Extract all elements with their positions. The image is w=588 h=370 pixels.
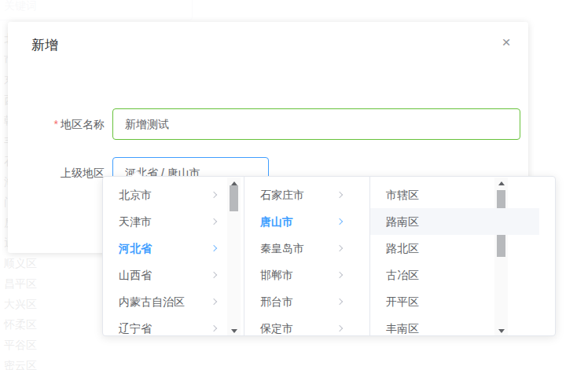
cascader-option-label: 河北省 <box>119 242 152 255</box>
cascader-option[interactable]: 市辖区 <box>370 181 539 208</box>
cascader-option[interactable]: 保定市 <box>244 315 353 335</box>
arrow-right-icon <box>211 245 217 251</box>
required-marker: * <box>54 118 58 130</box>
cascader-option-label: 辽宁省 <box>119 322 152 335</box>
cascader-column-cities: 石家庄市唐山市秦皇岛市邯郸市邢台市保定市 <box>244 177 370 335</box>
cascader-option-label: 邯郸市 <box>260 269 293 281</box>
cascader-dropdown: 北京市天津市河北省山西省内蒙古自治区辽宁省 石家庄市唐山市秦皇岛市邯郸市邢台市保… <box>102 176 556 336</box>
page: 关键词 北京市市辖区东城区西城区朝阳区丰台区石景山区海淀区门头沟区房山区通州区顺… <box>0 0 588 370</box>
cascader-option[interactable]: 河北省 <box>103 235 227 262</box>
cascader-option[interactable]: 石家庄市 <box>244 181 353 208</box>
cascader-option[interactable]: 路北区 <box>370 235 539 262</box>
arrow-right-icon <box>336 245 343 251</box>
cascader-option-label: 保定市 <box>260 322 293 335</box>
cascader-option-label: 唐山市 <box>260 215 293 228</box>
cascader-option-label: 路北区 <box>386 242 419 255</box>
cascader-column-provinces: 北京市天津市河北省山西省内蒙古自治区辽宁省 <box>103 177 244 335</box>
arrow-right-icon <box>211 218 217 225</box>
cascader-column-districts: 市辖区路南区路北区古冶区开平区丰南区 <box>370 177 555 335</box>
cascader-option[interactable]: 北京市 <box>103 181 227 208</box>
cascader-option[interactable]: 开平区 <box>370 288 539 315</box>
cascader-option-label: 山西省 <box>119 269 152 281</box>
dialog-title: 新增 <box>31 36 58 54</box>
close-icon[interactable]: × <box>497 33 516 52</box>
cascader-option[interactable]: 秦皇岛市 <box>244 235 353 262</box>
cascader-option[interactable]: 内蒙古自治区 <box>103 288 227 315</box>
cascader-option-label: 路南区 <box>386 215 419 228</box>
cascader-option[interactable]: 邯郸市 <box>244 262 353 288</box>
cascader-option[interactable]: 山西省 <box>103 262 227 288</box>
cascader-option-label: 市辖区 <box>386 189 419 201</box>
cascader-option[interactable]: 天津市 <box>103 208 227 235</box>
arrow-right-icon <box>336 299 343 305</box>
cascader-option[interactable]: 路南区 <box>370 208 539 235</box>
cascader-option-label: 开平区 <box>386 295 419 308</box>
arrow-right-icon <box>336 192 343 198</box>
cascader-option-label: 邢台市 <box>260 295 293 308</box>
scrollbar-thumb[interactable] <box>230 185 238 211</box>
cascader-option[interactable]: 邢台市 <box>244 288 353 315</box>
arrow-right-icon <box>211 192 217 198</box>
cascader-option[interactable]: 丰南区 <box>370 315 539 335</box>
scroll-down-icon[interactable] <box>227 325 241 335</box>
cascader-option-label: 古冶区 <box>386 269 419 281</box>
cascader-option[interactable]: 唐山市 <box>244 208 353 235</box>
arrow-right-icon <box>211 299 217 305</box>
arrow-right-icon <box>336 272 343 278</box>
arrow-right-icon <box>336 218 343 225</box>
parent-region-label: 上级地区 <box>8 157 105 189</box>
cascader-option[interactable]: 古冶区 <box>370 262 539 288</box>
arrow-right-icon <box>211 325 217 332</box>
region-name-input[interactable]: 新增测试 <box>112 108 520 140</box>
cascader-option-label: 丰南区 <box>386 322 419 335</box>
cascader-option-label: 石家庄市 <box>260 189 304 201</box>
cascader-option-label: 秦皇岛市 <box>260 242 304 255</box>
cascader-option-label: 天津市 <box>119 215 152 228</box>
cascader-option[interactable]: 辽宁省 <box>103 315 227 335</box>
arrow-right-icon <box>211 272 217 278</box>
region-name-label: *地区名称 <box>8 108 105 140</box>
scrollbar[interactable] <box>227 178 241 335</box>
cascader-menus: 北京市天津市河北省山西省内蒙古自治区辽宁省 石家庄市唐山市秦皇岛市邯郸市邢台市保… <box>103 177 555 335</box>
arrow-right-icon <box>336 325 343 332</box>
cascader-option-label: 北京市 <box>119 189 152 201</box>
cascader-option-label: 内蒙古自治区 <box>119 295 185 308</box>
